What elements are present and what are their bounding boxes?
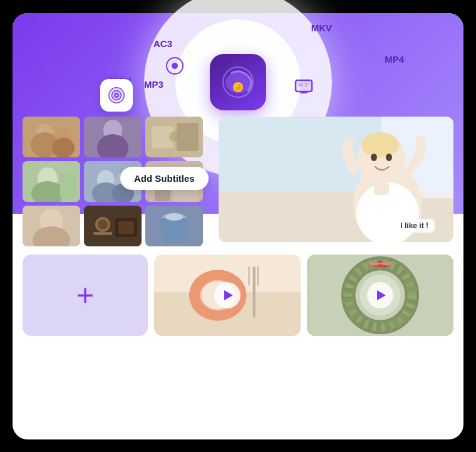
svg-rect-66 bbox=[249, 266, 250, 286]
tv-icon bbox=[294, 79, 313, 99]
play-button-donut[interactable] bbox=[214, 282, 241, 308]
svg-rect-21 bbox=[84, 117, 142, 157]
svg-rect-29 bbox=[60, 174, 76, 199]
svg-rect-67 bbox=[257, 266, 259, 286]
bottom-thumbnail-donut[interactable] bbox=[154, 255, 301, 336]
svg-rect-65 bbox=[253, 266, 256, 317]
bottom-row: + bbox=[23, 255, 453, 336]
svg-rect-49 bbox=[118, 221, 134, 234]
thumbnail-2[interactable] bbox=[84, 117, 142, 157]
svg-rect-17 bbox=[23, 117, 80, 157]
svg-rect-37 bbox=[155, 189, 170, 201]
thumbnail-4[interactable] bbox=[23, 161, 80, 202]
svg-point-2 bbox=[235, 84, 241, 90]
format-ac3-label: AC3 bbox=[153, 38, 172, 49]
floating-media-icon bbox=[100, 79, 133, 112]
app-icon[interactable] bbox=[210, 54, 266, 110]
add-subtitles-button[interactable]: Add Subtitles bbox=[120, 167, 209, 190]
svg-point-11 bbox=[116, 94, 118, 96]
thumbnail-3[interactable] bbox=[145, 117, 203, 157]
svg-rect-7 bbox=[304, 85, 308, 87]
svg-point-58 bbox=[361, 132, 399, 157]
svg-point-46 bbox=[98, 219, 108, 229]
svg-rect-6 bbox=[304, 83, 309, 85]
app-container: AAC MKV AC3 MP3 MOV MP4 bbox=[13, 13, 463, 439]
svg-point-59 bbox=[371, 154, 377, 161]
play-triangle-icon bbox=[224, 290, 233, 300]
play-button-wreath[interactable] bbox=[367, 282, 393, 308]
plus-icon: + bbox=[76, 280, 94, 310]
svg-rect-43 bbox=[23, 206, 80, 246]
subtitle-overlay: I like it ! bbox=[394, 219, 435, 233]
bottom-thumbnail-wreath[interactable] bbox=[307, 255, 453, 336]
thumbnail-9[interactable] bbox=[145, 206, 203, 246]
play-triangle-icon-2 bbox=[377, 290, 386, 300]
thumbnail-1[interactable] bbox=[23, 117, 80, 157]
svg-point-25 bbox=[169, 132, 179, 142]
svg-point-60 bbox=[386, 154, 392, 161]
svg-rect-62 bbox=[374, 182, 389, 195]
svg-rect-47 bbox=[93, 232, 112, 235]
svg-point-52 bbox=[165, 213, 183, 221]
format-mp3-label: MP3 bbox=[144, 79, 163, 90]
format-mp4-label: MP4 bbox=[385, 54, 404, 65]
svg-rect-24 bbox=[177, 123, 199, 151]
svg-rect-4 bbox=[296, 80, 312, 92]
record-icon bbox=[166, 57, 184, 75]
svg-rect-5 bbox=[298, 83, 303, 87]
video-preview: I like it ! bbox=[219, 117, 453, 242]
add-media-button[interactable]: + bbox=[23, 255, 148, 336]
format-mkv-label: MKV bbox=[311, 23, 332, 33]
thumbnail-7[interactable] bbox=[23, 206, 80, 246]
thumbnail-8[interactable] bbox=[84, 206, 142, 246]
svg-point-3 bbox=[235, 85, 238, 87]
